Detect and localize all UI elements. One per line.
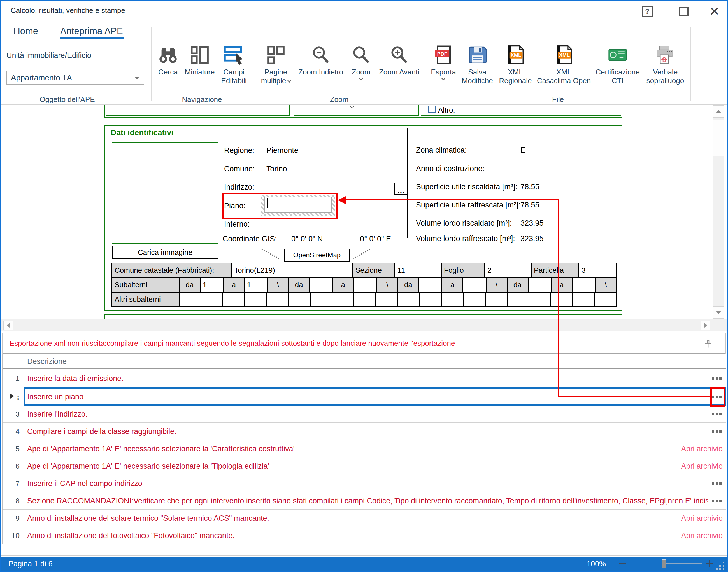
catastale-cell: Torino(L219) [232,264,352,277]
issue-row[interactable]: 5Ape di 'Appartamento 1A' E' necessario … [2,440,726,457]
catastale-cell [245,293,266,306]
tab-anteprima-ape[interactable]: Anteprima APE [60,26,123,37]
issue-row-number: 10 [2,531,20,540]
catastale-cell [463,278,486,292]
zoom-indietro-button[interactable]: Zoom Indietro [293,42,349,102]
issue-row[interactable]: 1Inserire la data di emissione. [2,369,726,388]
zoom-avanti-button[interactable]: Zoom Avanti [375,42,423,102]
catastale-cell: Altri subalterni [112,293,179,306]
apri-archivio-link[interactable]: Apri archivio [681,531,723,540]
catastale-cell: \ [268,278,288,292]
catastale-cell [529,278,551,292]
xml-regionale-button[interactable]: XML XML Regionale [494,42,536,102]
catastale-cell: Comune catastale (Fabbricati): [112,264,231,277]
issue-row-number: 4 [2,427,20,436]
issue-row-number: 8 [2,496,20,505]
issue-row-number: 6 [2,462,20,471]
field-label-anno: Anno di costruzione: [416,164,484,173]
zoom-slider-thumb[interactable] [662,559,666,568]
altro-checkbox[interactable] [428,105,436,113]
issue-row[interactable]: 6Ape di 'Appartamento 1A' E' necessario … [2,457,726,475]
salva-modifiche-button[interactable]: Salva Modifiche [456,42,498,102]
issue-row-number: 7 [2,479,20,488]
scroll-thumb[interactable] [713,120,724,156]
zoom-in-icon [375,42,423,68]
grid-header: Descrizione [2,354,726,369]
zoom-out-minus[interactable] [619,563,626,564]
scroll-right-button[interactable] [701,320,710,330]
horizontal-scrollbar[interactable] [1,319,727,332]
field-value-coordinate-e: 0° 0' 0" E [360,235,391,243]
issue-row[interactable]: 3Inserire l'indirizzo. [2,406,726,423]
error-banner: Esportazione xml non riuscita:compilare … [2,333,726,354]
issue-row[interactable]: 9Anno di installazione del solare termic… [2,510,726,527]
row-menu-ellipsis-button[interactable] [712,413,722,415]
field-label-comune: Comune: [224,165,255,173]
close-icon[interactable]: ✕ [709,6,720,17]
verbale-sopralluogo-button[interactable]: Verbale sopralluogo [640,42,690,102]
miniature-button[interactable]: Miniature [182,42,218,102]
catastale-cell: Particella [532,264,579,277]
catastale-cell [223,293,244,306]
zoom-slider-track[interactable] [664,563,702,564]
chevron-down-icon[interactable] [135,77,139,79]
catastale-cell: Sezione [353,264,394,277]
issue-row[interactable]: 10Anno di installazione del fotovoltaico… [2,527,726,544]
apri-archivio-link[interactable]: Apri archivio [681,462,723,471]
openstreetmap-button[interactable]: OpenStreetMap [284,248,349,262]
unit-combobox-value: Appartamento 1A [11,73,72,82]
campi-editabili-button[interactable]: Campi Editabili [216,42,252,102]
catastale-cell: da [180,278,200,292]
certificazione-cti-button[interactable]: Certificazione CTI [588,42,647,102]
issue-row-text: Compilare i campi della classe raggiungi… [27,427,708,436]
catastale-cell [508,293,529,306]
catastale-cell: \ [377,278,397,292]
issue-row-text: Anno di installazione del fotovoltaico "… [27,531,708,540]
catastale-cell [464,293,485,306]
issue-row[interactable]: 4Compilare i campi della classe raggiung… [2,423,726,440]
apri-archivio-link[interactable]: Apri archivio [681,444,723,453]
app-window: Calcolo, risultati, verifiche e stampe ?… [0,0,728,572]
catastale-table: Comune catastale (Fabbricati):Torino(L21… [112,263,617,307]
scroll-up-button[interactable] [713,105,724,118]
pagine-multiple-button[interactable]: Pagine multiple [255,42,297,102]
issue-row-number: 3 [2,410,20,418]
help-icon[interactable]: ? [642,6,653,17]
apri-archivio-link[interactable]: Apri archivio [681,514,723,522]
issue-row-text: Ape di 'Appartamento 1A' E' necessario s… [27,462,708,471]
multiple-pages-icon [255,42,297,68]
indirizzo-browse-button[interactable]: ... [394,183,408,195]
catastale-cell: a [551,278,572,292]
svg-text:PDF: PDF [437,51,447,57]
row-menu-ellipsis-button[interactable] [712,482,722,485]
zoom-button[interactable]: Zoom [344,42,378,102]
issue-row[interactable]: 7Inserire il CAP nel campo indirizzo [2,475,726,492]
thumbnails-icon [182,42,218,68]
catastale-cell [289,293,310,306]
row-menu-ellipsis-button[interactable] [712,500,722,502]
issue-row[interactable]: 8Sezione RACCOMANDAZIONI:Verificare che … [2,492,726,510]
unit-combobox[interactable]: Appartamento 1A [6,71,144,84]
field-label-indirizzo: Indirizzo: [224,183,254,192]
pin-icon[interactable] [704,339,712,350]
xml-casaclima-open-button[interactable]: XML XML Casaclima Open [536,42,592,102]
field-label-regione: Regione: [224,146,254,155]
row-menu-ellipsis-button[interactable] [712,377,722,380]
catastale-cell: a [224,278,244,292]
catastale-cell: 1 [245,278,267,292]
catastale-cell: 11 [395,264,441,277]
catastale-cell: da [289,278,309,292]
grid-header-descrizione: Descrizione [27,357,67,366]
chevron-down-icon [359,76,363,80]
issue-row-text: Ape di 'Appartamento 1A' E' necessario s… [27,444,708,453]
tab-home[interactable]: Home [13,26,38,37]
catastale-cell [354,293,375,306]
row-menu-ellipsis-button[interactable] [712,430,722,433]
cti-card-icon [588,42,647,68]
field-value-sup-raff: 78.55 [520,201,539,209]
carica-immagine-button[interactable]: Carica immagine [112,245,218,259]
maximize-icon[interactable] [679,7,688,16]
scroll-down-button[interactable] [713,306,724,318]
cerca-button[interactable]: Cerca [153,42,184,102]
scroll-left-button[interactable] [3,320,13,330]
